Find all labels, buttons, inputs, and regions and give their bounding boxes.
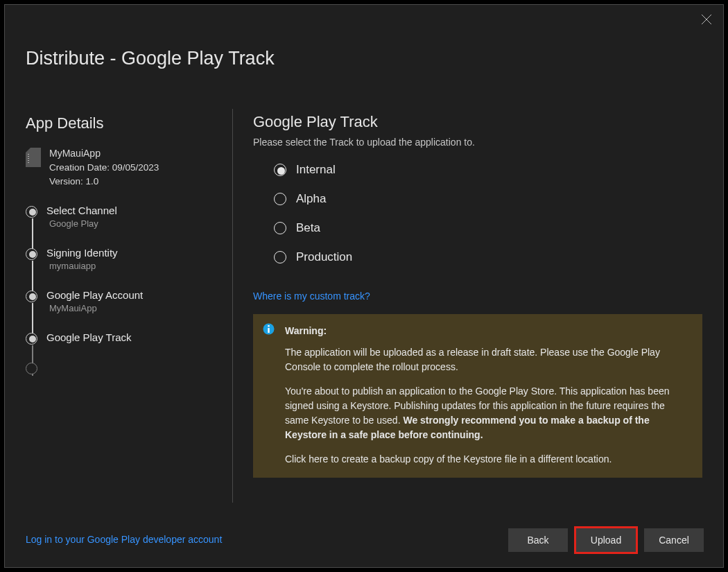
button-bar: Back Upload Cancel	[508, 528, 704, 552]
track-radio-internal[interactable]: Internal	[274, 163, 702, 177]
step-list: Select Channel Google Play Signing Ident…	[26, 205, 220, 343]
app-details-heading: App Details	[26, 114, 220, 132]
package-icon	[26, 148, 41, 167]
step-dot-icon	[26, 248, 37, 260]
warning-title: Warning:	[285, 324, 690, 338]
warning-paragraph-3[interactable]: Click here to create a backup copy of th…	[285, 452, 690, 467]
step-signing-identity[interactable]: Signing Identity mymauiapp	[26, 247, 220, 271]
radio-icon	[274, 222, 286, 234]
warning-panel: Warning: The application will be uploade…	[253, 314, 702, 478]
svg-rect-1	[268, 328, 269, 333]
left-panel: App Details MyMauiApp Creation Date: 09/…	[26, 114, 220, 361]
step-dot-icon	[26, 363, 37, 374]
step-label: Select Channel	[46, 205, 220, 216]
vertical-divider	[232, 109, 233, 503]
track-heading: Google Play Track	[253, 113, 702, 131]
step-dot-icon	[26, 333, 37, 345]
radio-icon	[274, 251, 286, 263]
app-details-text: MyMauiApp Creation Date: 09/05/2023 Vers…	[49, 146, 159, 189]
step-connector	[32, 218, 33, 249]
step-connector	[32, 261, 33, 291]
step-sublabel: Google Play	[46, 218, 220, 229]
warning-paragraph-1: The application will be uploaded as a re…	[285, 345, 690, 374]
warning-paragraph-2: You're about to publish an application t…	[285, 384, 690, 442]
app-name: MyMauiApp	[49, 146, 159, 161]
step-label: Signing Identity	[46, 247, 220, 259]
close-button[interactable]	[700, 13, 713, 26]
step-dot-icon	[26, 206, 37, 218]
radio-icon	[274, 193, 286, 205]
cancel-button[interactable]: Cancel	[644, 528, 704, 552]
dialog-window: Distribute - Google Play Track App Detai…	[4, 4, 724, 568]
track-radio-group: Internal Alpha Beta Production	[274, 163, 702, 264]
right-panel: Google Play Track Please select the Trac…	[253, 113, 702, 478]
app-creation-date: Creation Date: 09/05/2023	[49, 161, 159, 175]
upload-button[interactable]: Upload	[576, 528, 636, 552]
custom-track-link[interactable]: Where is my custom track?	[253, 291, 702, 302]
track-radio-production[interactable]: Production	[274, 250, 702, 264]
app-version: Version: 1.0	[49, 175, 159, 189]
step-select-channel[interactable]: Select Channel Google Play	[26, 205, 220, 229]
radio-label: Production	[296, 250, 352, 264]
track-instruction: Please select the Track to upload the ap…	[253, 137, 702, 148]
step-google-play-track[interactable]: Google Play Track	[26, 331, 220, 343]
info-icon	[263, 323, 275, 335]
step-label: Google Play Account	[46, 289, 220, 301]
track-radio-alpha[interactable]: Alpha	[274, 192, 702, 206]
step-dot-icon	[26, 291, 37, 302]
step-sublabel: MyMauiApp	[46, 303, 220, 313]
radio-label: Internal	[296, 163, 336, 177]
app-details-block: MyMauiApp Creation Date: 09/05/2023 Vers…	[26, 146, 220, 189]
dialog-title: Distribute - Google Play Track	[26, 48, 275, 69]
radio-label: Beta	[296, 221, 320, 235]
step-label: Google Play Track	[46, 331, 220, 343]
login-link[interactable]: Log in to your Google Play developer acc…	[26, 534, 222, 545]
svg-rect-2	[268, 325, 269, 327]
track-radio-beta[interactable]: Beta	[274, 221, 702, 235]
step-sublabel: mymauiapp	[46, 261, 220, 271]
step-connector	[32, 303, 33, 333]
radio-label: Alpha	[296, 192, 326, 206]
step-google-play-account[interactable]: Google Play Account MyMauiApp	[26, 289, 220, 313]
back-button[interactable]: Back	[508, 528, 568, 552]
radio-icon	[274, 164, 286, 176]
